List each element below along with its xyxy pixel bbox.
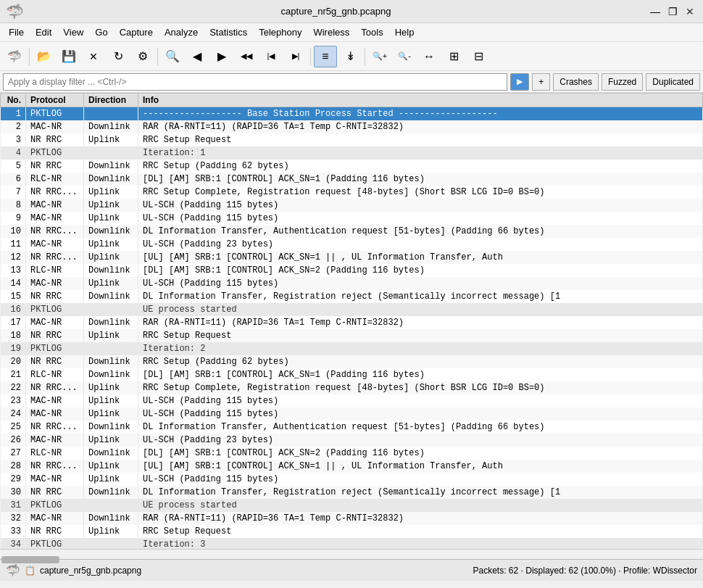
table-row[interactable]: 24MAC-NRUplinkUL-SCH (Padding 115 bytes)	[1, 407, 703, 421]
table-row[interactable]: 29MAC-NRUplinkUL-SCH (Padding 115 bytes)	[1, 473, 703, 486]
table-row[interactable]: 11MAC-NRUplinkUL-SCH (Padding 23 bytes)	[1, 238, 703, 251]
window-controls: — ❐ ✕	[648, 4, 697, 19]
table-row[interactable]: 31PKTLOGUE process started	[1, 499, 703, 512]
menu-item-analyze[interactable]: Analyze	[159, 25, 204, 39]
prev-packet2-button[interactable]: ◀◀	[235, 46, 258, 67]
table-row[interactable]: 3NR RRCUplinkRRC Setup Request	[1, 133, 703, 146]
col-header-no[interactable]: No.	[1, 94, 26, 107]
table-row[interactable]: 33NR RRCUplinkRRC Setup Request	[1, 525, 703, 538]
menu-item-telephony[interactable]: Telephony	[253, 25, 307, 39]
menu-item-statistics[interactable]: Statistics	[204, 25, 253, 39]
packet-table-wrapper[interactable]: No. Protocol Direction Info 1PKTLOG-----…	[0, 93, 703, 549]
maximize-button[interactable]: ❐	[665, 4, 680, 19]
cell-no: 7	[1, 186, 26, 199]
menu-item-view[interactable]: View	[57, 25, 89, 39]
menu-item-capture[interactable]: Capture	[114, 25, 159, 39]
reload-button[interactable]: ↻	[107, 46, 130, 67]
table-row[interactable]: 6RLC-NRDownlink [DL] [AM] SRB:1 [CONTROL…	[1, 173, 703, 186]
menu-item-wireless[interactable]: Wireless	[307, 25, 355, 39]
table-row[interactable]: 7NR RRC...UplinkRRC Setup Complete, Regi…	[1, 186, 703, 199]
cell-proto: PKTLOG	[26, 303, 84, 316]
cell-info: ------------------- Base Station Process…	[138, 107, 703, 120]
expand-button[interactable]: ⊞	[442, 46, 465, 67]
table-row[interactable]: 26MAC-NRUplinkUL-SCH (Padding 23 bytes)	[1, 434, 703, 447]
table-row[interactable]: 21RLC-NRDownlink [DL] [AM] SRB:1 [CONTRO…	[1, 368, 703, 381]
col-header-info[interactable]: Info	[138, 94, 703, 107]
cell-no: 20	[1, 355, 26, 368]
fuzzed-button[interactable]: Fuzzed	[602, 73, 643, 91]
prev-packet-button[interactable]: ◀	[186, 46, 209, 67]
menu-item-help[interactable]: Help	[389, 25, 420, 39]
close-file-button[interactable]: ✕	[82, 46, 105, 67]
capture-options-button[interactable]: ⚙	[131, 46, 154, 67]
packet-list-area: No. Protocol Direction Info 1PKTLOG-----…	[0, 93, 703, 549]
table-row[interactable]: 9MAC-NRUplinkUL-SCH (Padding 115 bytes)	[1, 212, 703, 225]
crashes-button[interactable]: Crashes	[553, 73, 599, 91]
filter-plus-button[interactable]: +	[532, 73, 550, 91]
next-packet-button[interactable]: ▶	[210, 46, 233, 67]
collapse-button[interactable]: ⊟	[467, 46, 490, 67]
find-button[interactable]: 🔍	[161, 46, 184, 67]
h-scroll-thumb[interactable]	[1, 556, 59, 563]
table-row[interactable]: 23MAC-NRUplinkUL-SCH (Padding 115 bytes)	[1, 394, 703, 407]
table-row[interactable]: 27RLC-NRDownlink [DL] [AM] SRB:1 [CONTRO…	[1, 447, 703, 460]
table-row[interactable]: 14MAC-NRUplinkUL-SCH (Padding 115 bytes)	[1, 277, 703, 290]
cell-proto: NR RRC...	[26, 421, 84, 434]
cell-proto: MAC-NR	[26, 434, 84, 447]
save-file-button[interactable]: 💾	[57, 46, 80, 67]
col-header-protocol[interactable]: Protocol	[26, 94, 84, 107]
close-button[interactable]: ✕	[683, 4, 697, 19]
table-row[interactable]: 4PKTLOGIteration: 1	[1, 146, 703, 160]
duplicated-button[interactable]: Duplicated	[646, 73, 700, 91]
cell-no: 31	[1, 499, 26, 512]
menu-item-file[interactable]: File	[3, 25, 30, 39]
zoom-out-button[interactable]: 🔍-	[393, 46, 416, 67]
table-row[interactable]: 5NR RRCDownlinkRRC Setup (Padding 62 byt…	[1, 160, 703, 173]
menu-item-tools[interactable]: Tools	[355, 25, 388, 39]
menu-item-edit[interactable]: Edit	[30, 25, 57, 39]
col-header-direction[interactable]: Direction	[84, 94, 138, 107]
open-file-button[interactable]: 📂	[33, 46, 56, 67]
minimize-button[interactable]: —	[648, 4, 662, 19]
table-row[interactable]: 19PKTLOGIteration: 2	[1, 342, 703, 355]
table-row[interactable]: 1PKTLOG------------------- Base Station …	[1, 107, 703, 120]
cell-info: UL-SCH (Padding 115 bytes)	[138, 277, 703, 290]
table-row[interactable]: 12NR RRC...Uplink [UL] [AM] SRB:1 [CONTR…	[1, 251, 703, 264]
first-packet-button[interactable]: |◀	[259, 46, 283, 67]
table-row[interactable]: 34PKTLOGIteration: 3	[1, 538, 703, 550]
table-row[interactable]: 10NR RRC...DownlinkDL Information Transf…	[1, 225, 703, 238]
filter-apply-button[interactable]: ▶	[510, 73, 529, 91]
colorize-button[interactable]: ≡	[314, 46, 337, 67]
cell-proto: MAC-NR	[26, 238, 84, 251]
table-row[interactable]: 17MAC-NRDownlinkRAR (RA-RNTI=11) (RAPID=…	[1, 316, 703, 329]
table-row[interactable]: 16PKTLOGUE process started	[1, 303, 703, 316]
cell-info: RRC Setup Complete, Registration request…	[138, 381, 703, 394]
table-row[interactable]: 22NR RRC...UplinkRRC Setup Complete, Reg…	[1, 381, 703, 394]
cell-proto: PKTLOG	[26, 107, 84, 120]
app-logo: 🦈	[6, 3, 24, 20]
table-header-row: No. Protocol Direction Info	[1, 94, 703, 107]
shark-icon-btn[interactable]: 🦈	[3, 46, 26, 67]
table-row[interactable]: 32MAC-NRDownlinkRAR (RA-RNTI=11) (RAPID=…	[1, 512, 703, 525]
packet-table: No. Protocol Direction Info 1PKTLOG-----…	[0, 93, 703, 549]
table-row[interactable]: 15NR RRCDownlinkDL Information Transfer,…	[1, 290, 703, 303]
cell-direction: Downlink	[84, 225, 138, 238]
last-packet-button[interactable]: ▶|	[284, 46, 307, 67]
normal-size-button[interactable]: ↔	[417, 46, 441, 67]
auto-scroll-button[interactable]: ↡	[338, 46, 362, 67]
table-row[interactable]: 13RLC-NRDownlink [DL] [AM] SRB:1 [CONTRO…	[1, 264, 703, 277]
table-row[interactable]: 2MAC-NRDownlinkRAR (RA-RNTI=11) (RAPID=3…	[1, 120, 703, 133]
display-filter-input[interactable]	[3, 73, 507, 91]
cell-proto: NR RRC	[26, 355, 84, 368]
table-row[interactable]: 18NR RRCUplinkRRC Setup Request	[1, 329, 703, 342]
table-row[interactable]: 8MAC-NRUplinkUL-SCH (Padding 115 bytes)	[1, 199, 703, 212]
cell-proto: NR RRC...	[26, 381, 84, 394]
table-row[interactable]: 20NR RRCDownlinkRRC Setup (Padding 62 by…	[1, 355, 703, 368]
table-row[interactable]: 25NR RRC...DownlinkDL Information Transf…	[1, 421, 703, 434]
cell-info: [DL] [AM] SRB:1 [CONTROL] ACK_SN=1 (Padd…	[138, 368, 703, 381]
horizontal-scrollbar[interactable]	[0, 549, 703, 559]
zoom-in-button[interactable]: 🔍+	[368, 46, 391, 67]
menu-item-go[interactable]: Go	[89, 25, 113, 39]
table-row[interactable]: 28NR RRC...Uplink [UL] [AM] SRB:1 [CONTR…	[1, 460, 703, 473]
table-row[interactable]: 30NR RRCDownlinkDL Information Transfer,…	[1, 486, 703, 499]
